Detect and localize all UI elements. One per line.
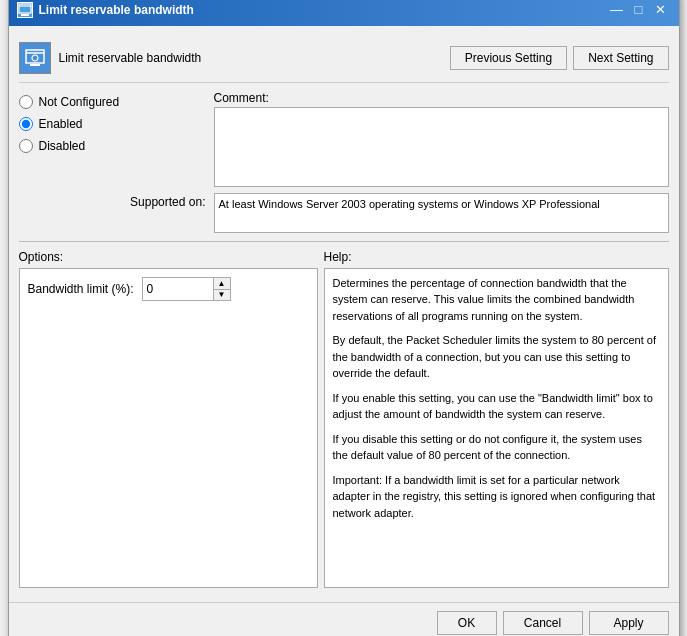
title-bar-left: Limit reservable bandwidth (17, 2, 194, 18)
help-para-2: By default, the Packet Scheduler limits … (333, 332, 660, 382)
title-controls: — □ ✕ (607, 0, 671, 20)
spinner-buttons: ▲ ▼ (213, 278, 230, 300)
comment-label: Comment: (214, 91, 669, 105)
bandwidth-spinner: ▲ ▼ (142, 277, 231, 301)
not-configured-radio[interactable] (19, 95, 33, 109)
disabled-option[interactable]: Disabled (19, 139, 214, 153)
options-help-labels: Options: Help: (19, 250, 669, 264)
supported-label: Supported on: (19, 193, 214, 209)
enabled-radio[interactable] (19, 117, 33, 131)
setting-title: Limit reservable bandwidth (59, 51, 202, 65)
help-section-label: Help: (324, 250, 669, 264)
not-configured-label: Not Configured (39, 95, 120, 109)
minimize-button[interactable]: — (607, 0, 627, 20)
help-para-1: Determines the percentage of connection … (333, 275, 660, 325)
dialog-body: Limit reservable bandwidth Previous Sett… (9, 26, 679, 598)
help-panel: Determines the percentage of connection … (324, 268, 669, 588)
spin-down-button[interactable]: ▼ (214, 289, 230, 300)
options-panel: Bandwidth limit (%): ▲ ▼ (19, 268, 318, 588)
options-section-label: Options: (19, 250, 324, 264)
svg-rect-0 (19, 4, 31, 13)
comment-section: Comment: (214, 91, 669, 187)
svg-point-6 (32, 55, 38, 61)
title-bar: Limit reservable bandwidth — □ ✕ (9, 0, 679, 26)
supported-row: Supported on: At least Windows Server 20… (19, 193, 669, 233)
next-setting-button[interactable]: Next Setting (573, 46, 668, 70)
supported-value: At least Windows Server 2003 operating s… (219, 198, 600, 210)
close-button[interactable]: ✕ (651, 0, 671, 20)
help-para-5: Important: If a bandwidth limit is set f… (333, 472, 660, 522)
divider (19, 241, 669, 242)
spin-up-button[interactable]: ▲ (214, 278, 230, 289)
not-configured-option[interactable]: Not Configured (19, 95, 214, 109)
header-left: Limit reservable bandwidth (19, 42, 202, 74)
apply-button[interactable]: Apply (589, 611, 669, 635)
header-row: Limit reservable bandwidth Previous Sett… (19, 36, 669, 83)
maximize-button[interactable]: □ (629, 0, 649, 20)
disabled-label: Disabled (39, 139, 86, 153)
help-para-3: If you enable this setting, you can use … (333, 390, 660, 423)
svg-rect-2 (21, 14, 29, 16)
supported-box: At least Windows Server 2003 operating s… (214, 193, 669, 233)
ok-button[interactable]: OK (437, 611, 497, 635)
bandwidth-input[interactable] (143, 280, 213, 298)
options-help-content: Bandwidth limit (%): ▲ ▼ Determines the … (19, 268, 669, 588)
enabled-label: Enabled (39, 117, 83, 131)
radio-comment-section: Not Configured Enabled Disabled Comment: (19, 91, 669, 187)
prev-setting-button[interactable]: Previous Setting (450, 46, 567, 70)
dialog-icon (17, 2, 33, 18)
comment-textarea[interactable] (214, 107, 669, 187)
cancel-button[interactable]: Cancel (503, 611, 583, 635)
disabled-radio[interactable] (19, 139, 33, 153)
radio-panel: Not Configured Enabled Disabled (19, 91, 214, 187)
bandwidth-row: Bandwidth limit (%): ▲ ▼ (28, 277, 309, 301)
dialog-window: Limit reservable bandwidth — □ ✕ Limit (8, 0, 680, 636)
svg-rect-5 (30, 64, 40, 66)
header-buttons: Previous Setting Next Setting (450, 46, 669, 70)
dialog-title: Limit reservable bandwidth (39, 3, 194, 17)
enabled-option[interactable]: Enabled (19, 117, 214, 131)
setting-icon (19, 42, 51, 74)
bandwidth-label: Bandwidth limit (%): (28, 282, 134, 296)
help-para-4: If you disable this setting or do not co… (333, 431, 660, 464)
footer: OK Cancel Apply (9, 602, 679, 637)
